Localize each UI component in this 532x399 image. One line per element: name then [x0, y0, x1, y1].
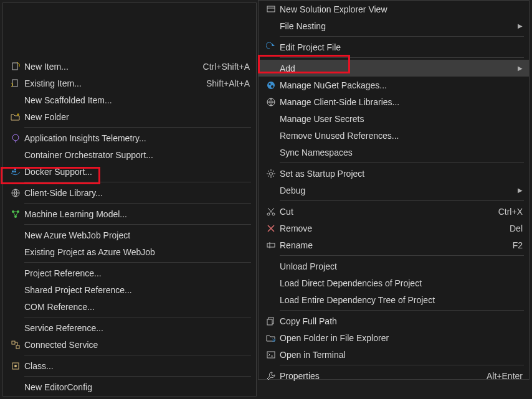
menu-item-label: Properties [280, 371, 480, 381]
edit-project-icon [262, 42, 280, 52]
left_menu-item-service-reference[interactable]: Service Reference... [3, 319, 256, 336]
right_menu-item-manage-user-secrets[interactable]: Manage User Secrets [259, 110, 529, 127]
svg-point-15 [269, 83, 271, 85]
menu-item-label: Service Reference... [24, 323, 250, 333]
new-item-icon [7, 62, 24, 72]
menu-item-label: New Scaffolded Item... [24, 95, 250, 105]
svg-rect-13 [267, 6, 275, 12]
menu-item-label: COM Reference... [24, 302, 250, 312]
right_menu-item-new-solution-explorer-view[interactable]: New Solution Explorer View [259, 1, 529, 17]
gear-icon [262, 169, 280, 179]
terminal-icon [262, 350, 280, 360]
docker-icon [7, 167, 24, 177]
menu-item-label: Cut [280, 207, 492, 217]
svg-rect-9 [12, 341, 15, 344]
left_menu-item-container-orchestrator-support[interactable]: Container Orchestrator Support... [3, 146, 256, 163]
menu-separator [24, 376, 251, 377]
svg-rect-3 [14, 171, 16, 172]
right_menu-item-set-as-startup-project[interactable]: Set as Startup Project [259, 165, 529, 182]
menu-item-label: Docker Support... [24, 167, 250, 177]
svg-rect-4 [14, 168, 16, 170]
menu-item-label: New EditorConfig [24, 382, 250, 392]
right_menu-item-unload-project[interactable]: Unload Project [259, 258, 529, 275]
menu-item-shortcut: Shift+Alt+A [206, 78, 250, 88]
left_menu-item-new-folder[interactable]: New Folder [3, 108, 256, 125]
submenu-arrow-icon: ▶ [515, 187, 523, 194]
menu-item-label: Project Reference... [24, 268, 250, 278]
right_menu-item-copy-full-path[interactable]: Copy Full Path [259, 312, 529, 329]
menu-item-label: Manage NuGet Packages... [280, 80, 523, 90]
menu-item-shortcut: F2 [513, 240, 523, 250]
menu-separator [24, 182, 251, 182]
menu-item-label: Existing Project as Azure WebJob [24, 247, 250, 257]
left_menu-item-project-reference[interactable]: Project Reference... [3, 265, 256, 281]
open-folder-icon [262, 333, 280, 343]
svg-rect-1 [12, 80, 17, 87]
existing-item-icon [7, 78, 24, 88]
menu-separator [280, 57, 524, 58]
rename-icon [262, 240, 280, 250]
left_menu-item-new-azure-webjob-project[interactable]: New Azure WebJob Project [3, 227, 256, 243]
menu-item-label: Container Orchestrator Support... [24, 150, 250, 160]
submenu-arrow-icon: ▶ [515, 65, 523, 72]
context-menu-project: New Solution Explorer ViewFile Nesting▶E… [258, 0, 530, 380]
right_menu-item-load-direct-dependencies-of-project[interactable]: Load Direct Dependencies of Project [259, 275, 529, 291]
menu-item-label: Manage Client-Side Libraries... [280, 97, 523, 107]
right_menu-item-cut[interactable]: CutCtrl+X [259, 203, 529, 220]
menu-separator [280, 255, 524, 256]
left_menu-item-shared-project-reference[interactable]: Shared Project Reference... [3, 281, 256, 298]
left_menu-item-class[interactable]: Class... [3, 357, 256, 374]
wrench-icon [262, 371, 280, 381]
right_menu-item-rename[interactable]: RenameF2 [259, 237, 529, 253]
right_menu-item-remove-unused-references[interactable]: Remove Unused References... [259, 127, 529, 144]
right_menu-item-remove[interactable]: RemoveDel [259, 220, 529, 237]
menu-item-label: New Azure WebJob Project [24, 230, 250, 240]
left_menu-item-connected-service[interactable]: Connected Service [3, 336, 256, 353]
menu-item-shortcut: Alt+Enter [487, 371, 523, 381]
menu-item-label: Remove Unused References... [280, 131, 523, 141]
svg-rect-21 [267, 243, 275, 247]
left_menu-item-com-reference[interactable]: COM Reference... [3, 298, 256, 315]
right_menu-item-file-nesting[interactable]: File Nesting▶ [259, 17, 529, 34]
left_menu-item-new-editorconfig[interactable]: New EditorConfig [3, 378, 256, 395]
left_menu-item-application-insights-telemetry[interactable]: Application Insights Telemetry... [3, 129, 256, 146]
right_menu-item-load-entire-dependency-tree-of-project[interactable]: Load Entire Dependency Tree of Project [259, 291, 529, 308]
svg-rect-24 [267, 352, 275, 358]
app-insights-icon [7, 133, 24, 143]
menu-item-shortcut: Ctrl+Shift+A [203, 62, 250, 72]
right_menu-item-manage-nuget-packages[interactable]: Manage NuGet Packages... [259, 77, 529, 93]
right_menu-item-properties[interactable]: PropertiesAlt+Enter [259, 367, 529, 384]
menu-item-label: Set as Startup Project [280, 169, 523, 179]
menu-item-label: Sync Namespaces [280, 148, 523, 157]
menu-item-label: Client-Side Library... [24, 188, 250, 198]
right_menu-item-open-folder-in-file-explorer[interactable]: Open Folder in File Explorer [259, 329, 529, 346]
menu-item-label: Add [280, 63, 515, 73]
menu-item-label: Application Insights Telemetry... [24, 133, 250, 143]
left_menu-item-existing-project-as-azure-webjob[interactable]: Existing Project as Azure WebJob [3, 243, 256, 260]
right_menu-item-debug[interactable]: Debug▶ [259, 182, 529, 199]
client-side-icon [262, 97, 280, 107]
menu-item-label: Remove [280, 223, 503, 233]
right_menu-item-add[interactable]: Add▶ [259, 60, 529, 77]
right_menu-item-open-in-terminal[interactable]: Open in Terminal [259, 346, 529, 363]
right_menu-item-manage-client-side-libraries[interactable]: Manage Client-Side Libraries... [259, 93, 529, 110]
left_menu-item-existing-item[interactable]: Existing Item...Shift+Alt+A [3, 75, 256, 92]
menu-item-label: Shared Project Reference... [24, 285, 250, 295]
menu-item-label: Load Direct Dependencies of Project [280, 278, 523, 288]
menu-item-label: Rename [280, 240, 506, 250]
connected-service-icon [7, 340, 24, 350]
left_menu-item-client-side-library[interactable]: Client-Side Library... [3, 184, 256, 201]
right_menu-item-edit-project-file[interactable]: Edit Project File [259, 39, 529, 55]
left_menu-item-new-scaffolded-item[interactable]: New Scaffolded Item... [3, 92, 256, 108]
svg-rect-10 [16, 345, 19, 349]
svg-point-16 [271, 85, 273, 88]
remove-icon [262, 223, 280, 233]
left_menu-item-machine-learning-model[interactable]: Machine Learning Model... [3, 205, 256, 222]
menu-item-label: Machine Learning Model... [24, 209, 250, 219]
left_menu-item-docker-support[interactable]: Docker Support... [3, 163, 256, 180]
left_menu-item-new-item[interactable]: New Item...Ctrl+Shift+A [3, 58, 256, 75]
cut-icon [262, 207, 280, 217]
svg-rect-2 [12, 171, 14, 172]
right_menu-item-sync-namespaces[interactable]: Sync Namespaces [259, 144, 529, 161]
menu-separator [280, 310, 524, 311]
